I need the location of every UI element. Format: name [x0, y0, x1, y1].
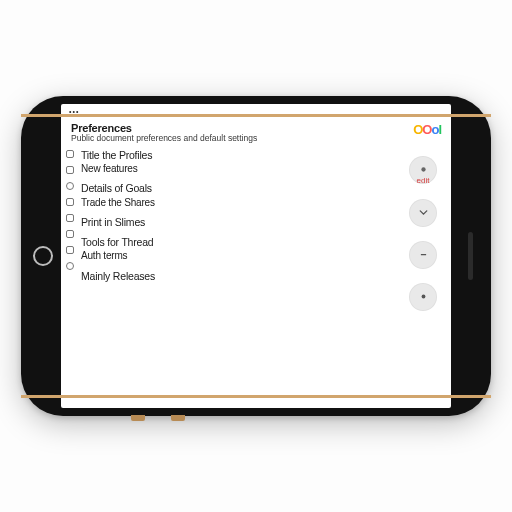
action-button[interactable] [409, 199, 437, 227]
screen: ••• Preferences Public document preferen… [61, 104, 451, 408]
item-title: Title the Profiles [79, 148, 401, 162]
list-item[interactable]: Print in Slimes [79, 215, 401, 229]
svg-point-2 [421, 295, 425, 299]
item-subtitle: Auth terms [79, 249, 401, 263]
item-title: Print in Slimes [79, 215, 401, 229]
settings-list: Title the Profiles New features Details … [79, 146, 401, 408]
brand-letter: l [438, 122, 441, 137]
svg-point-0 [421, 168, 425, 172]
action-button[interactable] [409, 241, 437, 269]
brand-letter: o [431, 122, 438, 137]
header: Preferences Public document preferences … [61, 118, 451, 146]
svg-rect-1 [420, 254, 425, 255]
action-button[interactable] [409, 283, 437, 311]
item-title: Mainly Releases [79, 269, 401, 283]
left-rail [61, 146, 79, 408]
brand-letter: O [422, 122, 431, 137]
item-title: Details of Goals [79, 181, 401, 195]
chevron-down-icon [417, 206, 430, 219]
list-item[interactable]: Mainly Releases [79, 269, 401, 283]
rail-icon[interactable] [66, 166, 74, 174]
item-title: Tools for Thread [79, 235, 401, 249]
dot-icon [417, 163, 430, 176]
rail-icon[interactable] [66, 198, 74, 206]
home-button[interactable] [33, 246, 53, 266]
dash-icon [417, 248, 430, 261]
brand-logo: O O o l [413, 122, 441, 137]
antenna-band [21, 395, 491, 398]
rail-icon[interactable] [66, 230, 74, 238]
action-label: edit [417, 176, 430, 185]
earpiece [468, 232, 473, 280]
page-subtitle: Public document preferences and default … [71, 134, 257, 144]
rail-icon[interactable] [66, 246, 74, 254]
antenna-band [21, 114, 491, 117]
rail-icon[interactable] [66, 182, 74, 190]
rail-icon[interactable] [66, 214, 74, 222]
dot-icon [417, 290, 430, 303]
item-subtitle: New features [79, 162, 401, 176]
action-column: edit [401, 146, 451, 408]
list-item[interactable]: Details of Goals Trade the Shares [79, 181, 401, 209]
list-item[interactable]: Tools for Thread Auth terms [79, 235, 401, 263]
list-item[interactable]: Title the Profiles New features [79, 148, 401, 176]
content: Title the Profiles New features Details … [61, 146, 451, 408]
item-subtitle: Trade the Shares [79, 196, 401, 210]
rail-icon[interactable] [66, 150, 74, 158]
rail-icon[interactable] [66, 262, 74, 270]
phone-device: ••• Preferences Public document preferen… [21, 96, 491, 416]
brand-letter: O [413, 122, 422, 137]
